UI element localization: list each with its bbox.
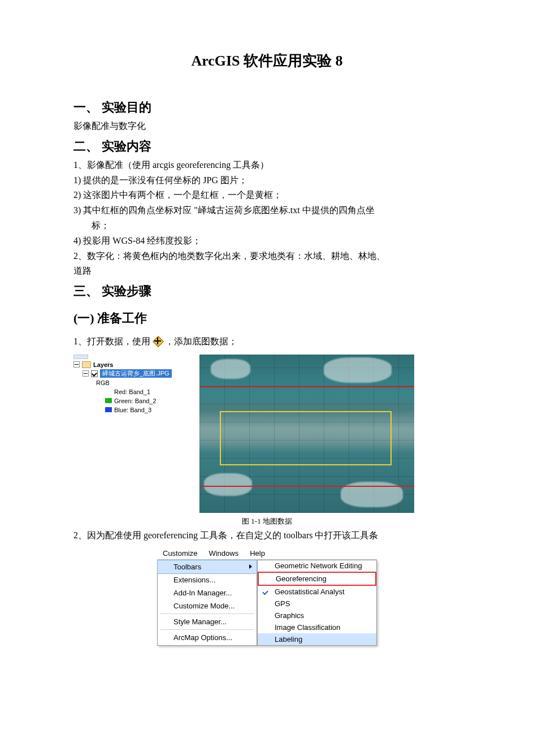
section-3-sub1: (一) 准备工作: [73, 310, 461, 327]
menu-separator: [160, 629, 254, 630]
layers-root-label[interactable]: Layers: [93, 361, 113, 368]
customize-dropdown[interactable]: Toolbars Extensions... Add-In Manager...…: [157, 560, 257, 646]
menu-item-customize-mode[interactable]: Customize Mode...: [158, 599, 257, 612]
submenu-item-graphics[interactable]: Graphics: [258, 610, 376, 621]
red-frame-line: [199, 386, 414, 387]
step-1: 1、打开数据，使用 ，添加底图数据；: [73, 335, 461, 349]
submenu-label: GPS: [275, 599, 290, 608]
menu-item-addin[interactable]: Add-In Manager...: [158, 586, 257, 599]
green-swatch: [105, 398, 112, 403]
submenu-label: Georeferencing: [276, 574, 327, 583]
band-green-label: Green: Band_2: [114, 398, 157, 404]
panel-drag-handle[interactable]: [73, 355, 88, 359]
submenu-item-gps[interactable]: GPS: [258, 598, 376, 610]
section-1-heading: 一、 实验目的: [73, 99, 461, 116]
layers-panel[interactable]: Layers 峄城古运荷乡_底图.JPG RGB Red: Band_1 Gre…: [73, 355, 189, 513]
submenu-label: Graphics: [275, 611, 304, 620]
submenu-item-geometric-network[interactable]: Geometric Network Editing: [258, 560, 376, 572]
map-preview[interactable]: [199, 355, 414, 513]
rgb-label: RGB: [96, 379, 110, 386]
red-swatch: [105, 389, 112, 394]
list-item: 标；: [73, 219, 461, 233]
list-item: 2) 这张图片中有两个框，一个是红框，一个是黄框；: [73, 188, 461, 202]
menu-help[interactable]: Help: [244, 547, 271, 559]
menu-item-label: Toolbars: [173, 563, 201, 571]
list-item: 4) 投影用 WGS-84 经纬度投影；: [73, 234, 461, 248]
collapse-icon[interactable]: [83, 370, 89, 377]
submenu-label: Geometric Network Editing: [275, 561, 362, 570]
submenu-label: Labeling: [275, 635, 302, 643]
submenu-label: Geostatistical Analyst: [275, 587, 345, 596]
submenu-item-georeferencing[interactable]: Georeferencing: [258, 572, 376, 586]
blue-swatch: [105, 407, 112, 412]
figure-1-caption: 图 1-1 地图数据: [73, 516, 461, 526]
section-2-heading: 二、 实验内容: [73, 138, 461, 155]
menu-separator: [160, 614, 254, 614]
yellow-frame: [220, 411, 392, 465]
menu-item-extensions[interactable]: Extensions...: [158, 573, 257, 586]
submenu-item-labeling[interactable]: Labeling: [258, 633, 376, 645]
list-item: 道路: [73, 264, 461, 278]
toolbars-submenu[interactable]: Geometric Network Editing Georeferencing…: [257, 560, 377, 646]
menu-item-arcmap-options[interactable]: ArcMap Options...: [158, 631, 257, 644]
step-2: 2、因为配准使用 georeferencing 工具条，在自定义的 toolba…: [73, 529, 461, 543]
submenu-item-image-classification[interactable]: Image Classification: [258, 621, 376, 633]
menu-item-toolbars[interactable]: Toolbars: [157, 560, 257, 574]
step-1-post: ，添加底图数据；: [165, 336, 237, 346]
menu-windows[interactable]: Windows: [203, 547, 244, 559]
menu-customize[interactable]: Customize: [157, 547, 203, 559]
list-item: 2、数字化：将黄色框内的地类数字化出来，要求地类有：水域、耕地、林地、: [73, 249, 461, 263]
band-blue-label: Blue: Band_3: [114, 407, 151, 413]
submenu-arrow-icon: [249, 564, 252, 569]
section-1-text: 影像配准与数字化: [73, 119, 461, 133]
red-frame-line: [199, 486, 414, 487]
section-3-heading: 三、 实验步骤: [73, 283, 461, 300]
layer-name[interactable]: 峄城古运荷乡_底图.JPG: [100, 369, 172, 378]
add-data-icon: [153, 336, 163, 346]
step-1-pre: 1、打开数据，使用: [73, 336, 150, 346]
menubar[interactable]: Customize Windows Help: [157, 547, 377, 560]
folder-icon: [82, 361, 91, 368]
submenu-item-geostatistical[interactable]: Geostatistical Analyst: [258, 586, 376, 598]
list-item: 1) 提供的是一张没有任何坐标的 JPG 图片；: [73, 174, 461, 188]
collapse-icon[interactable]: [73, 361, 80, 368]
list-item: 1、影像配准（使用 arcgis georeferencing 工具条）: [73, 158, 461, 172]
layer-visibility-checkbox[interactable]: [91, 370, 98, 377]
check-icon: [262, 589, 268, 594]
list-item: 3) 其中红框的四角点坐标对应 "峄城古运荷乡底图坐标.txt 中提供的四角点坐: [73, 204, 461, 218]
submenu-label: Image Classification: [275, 623, 340, 632]
page-title: ArcGIS 软件应用实验 8: [73, 51, 461, 71]
band-red-label: Red: Band_1: [114, 388, 150, 395]
menu-item-style-manager[interactable]: Style Manager...: [158, 615, 257, 628]
customize-menu-figure: Customize Windows Help Toolbars Extensio…: [73, 547, 461, 646]
